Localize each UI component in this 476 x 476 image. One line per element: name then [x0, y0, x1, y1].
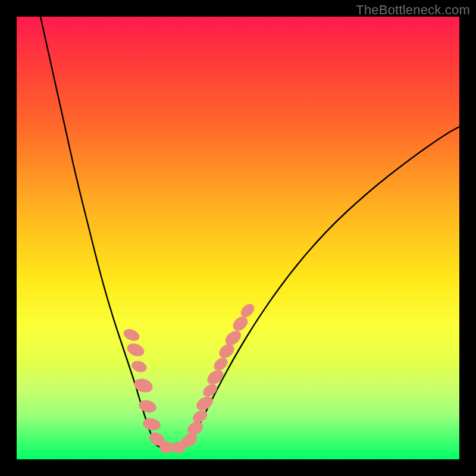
bead-12 — [194, 394, 215, 414]
bead-14 — [205, 367, 226, 387]
watermark-text: TheBottleneck.com — [356, 2, 470, 18]
v-curve-path — [40, 17, 459, 450]
bead-cluster — [122, 301, 257, 453]
bead-3 — [132, 377, 154, 395]
v-curve — [40, 17, 459, 450]
curve-plot-svg — [17, 17, 459, 459]
bead-13 — [201, 381, 220, 399]
bead-1 — [125, 341, 146, 359]
bead-5 — [142, 416, 162, 432]
bead-0 — [122, 327, 142, 343]
gradient-plot-area — [17, 17, 459, 459]
bead-2 — [130, 359, 149, 374]
